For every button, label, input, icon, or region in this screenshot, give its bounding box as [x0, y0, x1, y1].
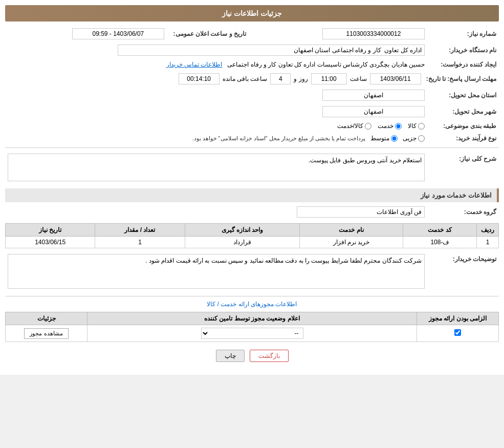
- buyer-notes-label: توضیحات خریدار:: [453, 255, 496, 263]
- response-time-input[interactable]: [311, 73, 347, 84]
- creator-label: ایجاد کننده درخواست:: [441, 61, 496, 68]
- category-radio-khedmat-input[interactable]: [395, 123, 402, 130]
- print-button[interactable]: چاپ: [216, 350, 245, 362]
- cell-license-details: مشاهده مجوز: [6, 325, 87, 342]
- response-day-input[interactable]: [270, 73, 291, 84]
- service-group-input[interactable]: [297, 206, 425, 218]
- cell-license-status: --: [87, 325, 417, 342]
- province-label: استان محل تحویل:: [449, 92, 496, 99]
- province-input[interactable]: [322, 90, 425, 101]
- cell-row-num: 1: [477, 237, 499, 248]
- remaining-input[interactable]: [179, 73, 220, 84]
- col-license-details: جزئیات: [6, 312, 87, 325]
- col-row-num: ردیف: [477, 224, 499, 237]
- category-radio-kala-khedmat[interactable]: کالا/خدمت: [337, 122, 371, 130]
- cell-service-name: خرید نرم افزار: [300, 237, 403, 248]
- response-date-label: مهلت ارسال پاسخ: تا تاریخ:: [426, 75, 496, 82]
- category-radio-kala-input[interactable]: [418, 123, 425, 130]
- response-day-label: روز و: [294, 75, 308, 82]
- need-desc-textarea[interactable]: استعلام خرید آنتی ویروس طبق فایل پیوست.: [8, 154, 425, 181]
- col-service-name: نام خدمت: [300, 224, 403, 237]
- remaining-label: ساعت باقی مانده: [223, 75, 268, 82]
- need-number-input[interactable]: [322, 28, 425, 39]
- service-table-row: 1 ف-108 خرید نرم افزار قرارداد 1 1403/06…: [6, 237, 499, 248]
- date-announce-label: تاریخ و ساعت اعلان عمومی:: [173, 30, 246, 37]
- creator-contact-link[interactable]: اطلاعات تماس خریدار: [166, 61, 223, 68]
- service-group-label: گروه خدمت:: [464, 208, 496, 216]
- col-service-code: کد خدمت: [403, 224, 476, 237]
- city-label: شهر محل تحویل:: [452, 108, 496, 115]
- purchase-note: پرداخت تمام یا بخشی از مبلغ خریدار محل "…: [192, 135, 365, 142]
- view-license-button[interactable]: مشاهده مجوز: [24, 328, 68, 339]
- page-header: جزئیات اطلاعات نیاز: [5, 5, 499, 22]
- bottom-buttons-row: بازگشت چاپ: [5, 350, 499, 362]
- back-button[interactable]: بازگشت: [250, 350, 289, 362]
- services-section-header: اطلاعات خدمات مورد نیاز: [5, 188, 499, 202]
- col-unit: واحد اندازه گیری: [185, 224, 300, 237]
- license-table-row: -- مشاهده مجوز: [6, 325, 499, 342]
- purchase-radio-partial[interactable]: جزیی: [403, 135, 425, 142]
- org-name-input[interactable]: [118, 45, 425, 56]
- category-label: طبقه بندی موضوعی:: [443, 122, 496, 130]
- cell-service-code: ف-108: [403, 237, 476, 248]
- org-name-label: نام دستگاه خریدار:: [449, 47, 496, 54]
- license-status-select[interactable]: --: [201, 328, 303, 339]
- cell-quantity: 1: [95, 237, 185, 248]
- purchase-radio-medium[interactable]: متوسط: [370, 135, 398, 142]
- cell-unit: قرارداد: [185, 237, 300, 248]
- col-license-status: اعلام وضعیت مجوز توسط تامین کننده: [87, 312, 417, 325]
- buyer-notes-textarea[interactable]: شرکت کنندگان محترم لطفا شرایط پیوست را ب…: [8, 254, 425, 289]
- category-radio-khedmat[interactable]: خدمت: [378, 122, 402, 130]
- license-required-checkbox[interactable]: [454, 329, 461, 336]
- purchase-radio-medium-input[interactable]: [391, 135, 398, 142]
- response-time-label: ساعت: [350, 75, 367, 82]
- col-need-date: تاریخ نیاز: [6, 224, 95, 237]
- col-license-required: الزامی بودن ارائه مجوز: [417, 312, 499, 325]
- city-input[interactable]: [322, 106, 425, 117]
- cell-need-date: 1403/06/15: [6, 237, 95, 248]
- cell-license-required: [417, 325, 499, 342]
- license-section-label: اطلاعات مجوزهای ارائه خدمت / کالا: [5, 301, 499, 308]
- need-number-label: شماره نیاز:: [467, 30, 496, 37]
- response-date-input[interactable]: [370, 73, 421, 84]
- creator-name: حسین هادیان بچگردی کارشناس تاسیسات اداره…: [227, 61, 425, 68]
- category-radio-kala-khedmat-input[interactable]: [365, 123, 371, 130]
- need-desc-label: شرح کلی نیاز:: [459, 155, 496, 162]
- col-quantity: تعداد / مقدار: [95, 224, 185, 237]
- purchase-type-label: نوع فرآیند خرید:: [456, 135, 496, 142]
- category-radio-kala[interactable]: کالا: [408, 122, 425, 130]
- purchase-radio-partial-input[interactable]: [418, 135, 425, 142]
- date-announce-input[interactable]: [72, 28, 164, 39]
